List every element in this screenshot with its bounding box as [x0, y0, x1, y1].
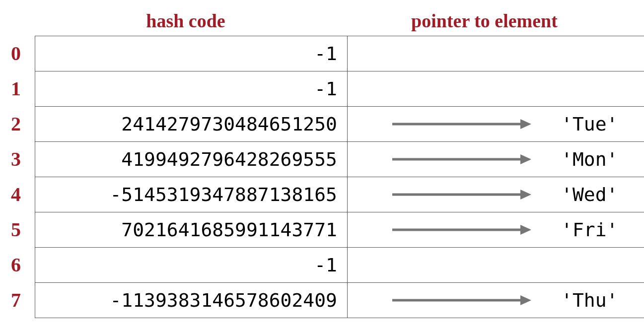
hash-code-cell: -1139383146578602409 — [35, 282, 348, 318]
column-headers: hash code pointer to element — [10, 10, 634, 32]
pointer-cell — [348, 71, 644, 106]
hash-table-diagram: hash code pointer to element 01234567 -1… — [10, 10, 634, 318]
pointer-cell — [348, 36, 644, 71]
table-row: -1139383146578602409 'Thu' — [35, 282, 644, 318]
row-index: 6 — [10, 247, 35, 282]
svg-marker-3 — [520, 154, 531, 164]
hash-code-cell: -1 — [35, 71, 348, 106]
row-index: 1 — [10, 71, 35, 106]
element-value: 'Mon' — [561, 148, 644, 170]
pointer-cell: 'Mon' — [348, 141, 644, 177]
svg-marker-5 — [520, 190, 531, 200]
row-index: 7 — [10, 282, 35, 318]
hash-code-cell: -1 — [35, 36, 348, 71]
table-row: 4199492796428269555 'Mon' — [35, 141, 644, 177]
svg-marker-9 — [520, 295, 531, 305]
arrow-icon — [392, 224, 531, 236]
row-index: 2 — [10, 106, 35, 141]
row-index: 5 — [10, 212, 35, 247]
element-value: 'Thu' — [561, 289, 644, 311]
arrow-area — [348, 153, 561, 165]
element-value: 'Wed' — [561, 184, 644, 205]
arrow-area — [348, 294, 561, 306]
element-value: 'Tue' — [561, 113, 644, 135]
arrow-icon — [392, 118, 531, 130]
rows-container: 01234567 -1-12414279730484651250 'Tue'41… — [10, 36, 634, 318]
row-index: 3 — [10, 141, 35, 177]
table-row: 7021641685991143771 'Fri' — [35, 212, 644, 247]
table-row: -1 — [35, 71, 644, 106]
table-row: -5145319347887138165 'Wed' — [35, 177, 644, 212]
row-indices: 01234567 — [10, 36, 35, 318]
table-row: -1 — [35, 36, 644, 71]
header-pointer: pointer to element — [337, 10, 632, 32]
hash-code-cell: -5145319347887138165 — [35, 177, 348, 212]
pointer-cell: 'Thu' — [348, 282, 644, 318]
arrow-icon — [392, 189, 531, 200]
arrow-area — [348, 224, 561, 236]
table-row: -1 — [35, 247, 644, 282]
pointer-cell: 'Wed' — [348, 177, 644, 212]
arrow-icon — [392, 153, 531, 165]
row-index: 0 — [10, 36, 35, 71]
row-index: 4 — [10, 177, 35, 212]
arrow-icon — [392, 294, 531, 306]
hash-table: -1-12414279730484651250 'Tue'41994927964… — [35, 36, 644, 318]
svg-marker-1 — [520, 119, 531, 129]
index-gutter-spacer — [10, 10, 35, 32]
arrow-area — [348, 118, 561, 130]
pointer-cell: 'Tue' — [348, 106, 644, 141]
header-hash-code: hash code — [35, 10, 337, 32]
hash-code-cell: 7021641685991143771 — [35, 212, 348, 247]
hash-code-cell: -1 — [35, 247, 348, 282]
pointer-cell: 'Fri' — [348, 212, 644, 247]
hash-code-cell: 4199492796428269555 — [35, 141, 348, 177]
svg-marker-7 — [520, 225, 531, 235]
pointer-cell — [348, 247, 644, 282]
element-value: 'Fri' — [561, 219, 644, 241]
table-row: 2414279730484651250 'Tue' — [35, 106, 644, 141]
hash-code-cell: 2414279730484651250 — [35, 106, 348, 141]
arrow-area — [348, 189, 561, 200]
